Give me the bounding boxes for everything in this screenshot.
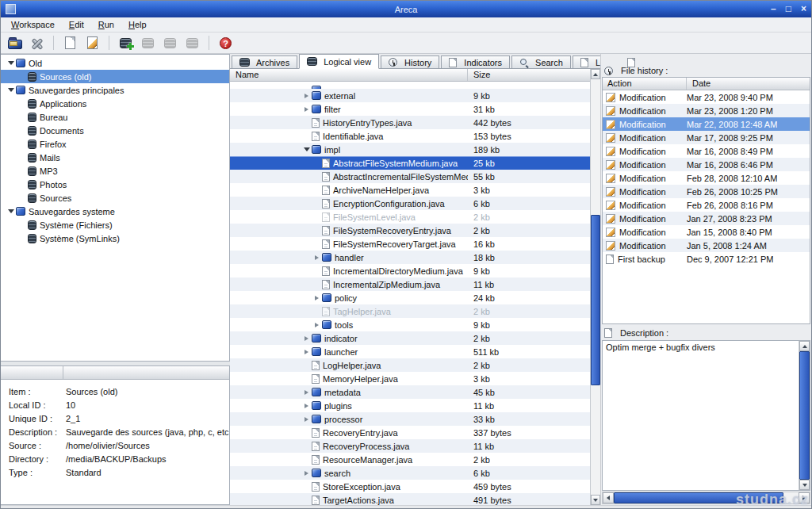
file-tree-file-row[interactable]: HistoryEntryTypes.java442 bytes: [230, 116, 590, 129]
file-tree-file-row[interactable]: IncrementalDirectoryMedium.java9 kb: [230, 264, 590, 277]
tree-target-row[interactable]: Système (SymLinks): [1, 232, 229, 245]
tree-target-row[interactable]: Documents: [1, 124, 229, 137]
scroll-up-button[interactable]: [591, 69, 600, 79]
file-tree-folder-row[interactable]: external9 kb: [230, 89, 590, 102]
history-row[interactable]: ModificationFeb 26, 2008 8:16 PM: [603, 198, 810, 212]
expand-arrow-icon[interactable]: [301, 107, 312, 112]
tree-target-row[interactable]: Applications: [1, 97, 229, 110]
scroll-left-button[interactable]: [603, 492, 614, 503]
tree-target-row[interactable]: MP3: [1, 164, 229, 178]
preferences-button[interactable]: [27, 34, 47, 52]
history-row[interactable]: ModificationMar 16, 2008 8:49 PM: [603, 144, 810, 158]
file-tree-file-row[interactable]: StoreException.java459 bytes: [230, 480, 590, 493]
file-tree-file-row[interactable]: TagHelper.java2 kb: [230, 304, 590, 318]
file-tree-file-row[interactable]: RecoveryEntry.java337 bytes: [230, 426, 590, 439]
expand-arrow-icon[interactable]: [301, 94, 312, 98]
file-tree-vertical-scrollbar[interactable]: [590, 69, 600, 505]
tab-logical-view[interactable]: Logical view: [299, 54, 379, 69]
collapse-arrow-icon[interactable]: [6, 61, 16, 65]
scrollbar-track[interactable]: [799, 351, 810, 480]
file-tree-folder-row[interactable]: processor33 kb: [230, 412, 590, 426]
delete-archives-button[interactable]: [160, 34, 180, 52]
history-row[interactable]: ModificationMar 16, 2008 6:46 PM: [603, 158, 810, 171]
maximize-button[interactable]: □: [786, 2, 791, 17]
file-tree-file-row[interactable]: Identifiable.java153 bytes: [230, 129, 590, 143]
history-row[interactable]: ModificationMar 23, 2008 9:40 PM: [603, 90, 810, 104]
scrollbar-thumb[interactable]: [591, 215, 600, 385]
file-tree-folder-row[interactable]: policy24 kb: [230, 291, 590, 304]
help-button[interactable]: [216, 34, 236, 52]
history-row[interactable]: ModificationFeb 28, 2008 12:10 AM: [603, 171, 810, 185]
file-tree-file-row[interactable]: AbstractIncrementalFileSystemMedium.java…: [230, 170, 590, 183]
backup-button[interactable]: [116, 34, 136, 52]
menu-run[interactable]: Run: [91, 18, 121, 31]
file-tree-file-row[interactable]: FileSystemLevel.java2 kb: [230, 210, 590, 224]
scroll-down-button[interactable]: [591, 495, 600, 505]
expand-arrow-icon[interactable]: [301, 404, 312, 408]
tab-search[interactable]: Search: [511, 55, 571, 68]
file-tree-file-row[interactable]: RecoveryProcess.java11 kb: [230, 439, 590, 453]
expand-arrow-icon[interactable]: [312, 255, 322, 260]
tree-group-row[interactable]: Sauvegardes principales: [1, 83, 229, 97]
tree-target-row[interactable]: Sources (old): [1, 70, 229, 83]
tree-target-row[interactable]: Firefox: [1, 137, 229, 151]
expand-arrow-icon[interactable]: [312, 296, 322, 300]
tree-target-row[interactable]: Mails: [1, 151, 229, 164]
history-row[interactable]: ModificationJan 5, 2008 1:24 AM: [603, 239, 810, 252]
file-tree-folder-row[interactable]: filter31 kb: [230, 102, 590, 116]
tab-archives[interactable]: Archives: [232, 55, 297, 68]
tree-target-row[interactable]: Système (Fichiers): [1, 218, 229, 232]
history-row[interactable]: ModificationMar 22, 2008 12:48 AM: [603, 117, 810, 131]
description-vertical-scrollbar[interactable]: [799, 341, 810, 490]
expand-arrow-icon[interactable]: [301, 471, 312, 476]
column-header-name[interactable]: Name: [230, 69, 468, 81]
file-tree-file-row[interactable]: EncryptionConfiguration.java6 kb: [230, 197, 590, 210]
collapse-arrow-icon[interactable]: [301, 147, 312, 151]
scroll-down-button[interactable]: [799, 480, 810, 490]
expand-arrow-icon[interactable]: [301, 417, 312, 422]
file-tree-file-row[interactable]: LogHelper.java2 kb: [230, 358, 590, 372]
tree-group-row[interactable]: Sauvegardes systeme: [1, 205, 229, 218]
column-header-size[interactable]: Size: [468, 69, 590, 81]
description-textarea[interactable]: Optim merge + bugfix divers: [603, 341, 799, 490]
tree-target-row[interactable]: Sources: [1, 191, 229, 205]
history-row[interactable]: ModificationJan 27, 2008 8:23 PM: [603, 212, 810, 225]
history-row[interactable]: ModificationJan 15, 2008 8:40 PM: [603, 225, 810, 239]
open-workspace-button[interactable]: [5, 34, 25, 52]
expand-arrow-icon[interactable]: [312, 323, 322, 327]
file-tree-file-row[interactable]: AbstractFileSystemMedium.java25 kb: [230, 156, 590, 170]
menu-help[interactable]: Help: [121, 18, 154, 31]
tab-indicators[interactable]: Indicators: [441, 55, 510, 68]
close-button[interactable]: ×: [801, 2, 806, 17]
file-tree-file-row[interactable]: FileSystemRecoveryEntry.java2 kb: [230, 224, 590, 237]
scrollbar-thumb[interactable]: [799, 351, 810, 480]
column-header-date[interactable]: Date: [687, 78, 810, 90]
file-tree-folder-row[interactable]: plugins11 kb: [230, 399, 590, 412]
history-row[interactable]: First backupDec 9, 2007 12:21 PM: [603, 252, 810, 266]
file-tree-file-row[interactable]: IncrementalZipMedium.java11 kb: [230, 277, 590, 291]
expand-arrow-icon[interactable]: [301, 350, 312, 354]
history-row[interactable]: ModificationMar 23, 2008 1:20 PM: [603, 104, 810, 117]
file-tree-file-row[interactable]: ResourceManager.java2 kb: [230, 453, 590, 466]
menu-workspace[interactable]: Workspace: [4, 18, 62, 31]
expand-arrow-icon[interactable]: [301, 336, 312, 341]
check-archives-button[interactable]: [182, 34, 202, 52]
file-tree-file-row[interactable]: FileSystemRecoveryTarget.java16 kb: [230, 237, 590, 251]
tree-group-row[interactable]: Old: [1, 56, 229, 70]
scroll-up-button[interactable]: [799, 341, 810, 351]
history-row[interactable]: ModificationMar 17, 2008 9:25 PM: [603, 131, 810, 144]
menu-edit[interactable]: Edit: [62, 18, 91, 31]
file-tree-folder-row[interactable]: handler18 kb: [230, 251, 590, 264]
history-row[interactable]: ModificationFeb 26, 2008 10:25 PM: [603, 185, 810, 198]
tree-target-row[interactable]: Photos: [1, 178, 229, 191]
file-tree-folder-row[interactable]: impl189 kb: [230, 143, 590, 156]
file-tree-folder-row[interactable]: indicator2 kb: [230, 331, 590, 345]
file-tree-folder-row[interactable]: search6 kb: [230, 466, 590, 480]
tree-target-row[interactable]: Bureau: [1, 110, 229, 124]
new-target-button[interactable]: [60, 34, 80, 52]
file-tree-file-row[interactable]: TargetActions.java491 bytes: [230, 493, 590, 505]
file-tree-folder-row[interactable]: metadata45 kb: [230, 385, 590, 399]
column-header-action[interactable]: Action: [603, 78, 687, 90]
collapse-arrow-icon[interactable]: [6, 209, 16, 213]
file-tree-file-row[interactable]: ArchiveNameHelper.java3 kb: [230, 183, 590, 197]
